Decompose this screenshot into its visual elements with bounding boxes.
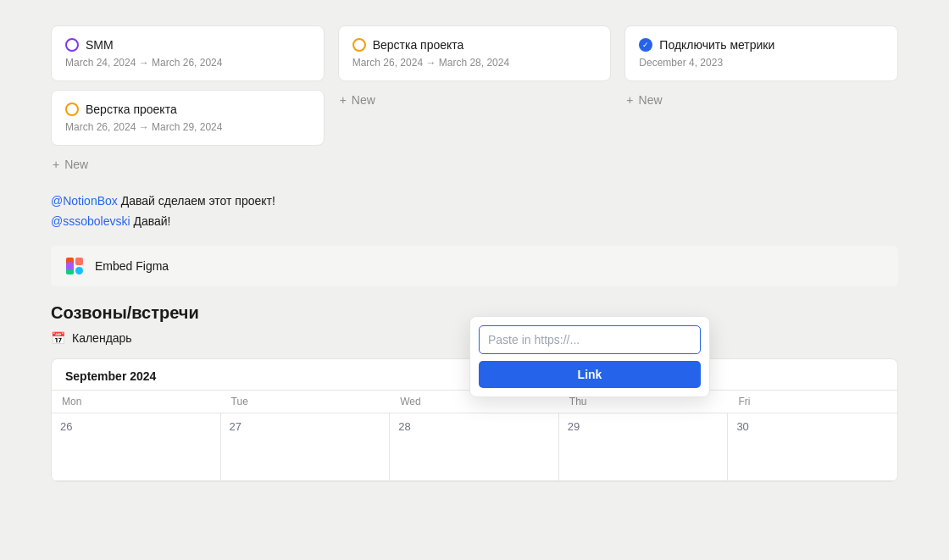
task-column-2: Верстка проекта March 26, 2024 → March 2…	[338, 25, 612, 175]
comment-section: @NotionBox Давай сделаем этот проект! @s…	[51, 191, 898, 232]
task-title-verstka-1: Верстка проекта	[86, 103, 177, 116]
svg-point-3	[75, 267, 83, 274]
comment-line-1: @NotionBox Давай сделаем этот проект!	[51, 191, 898, 212]
add-new-col2-button[interactable]: + New	[338, 90, 612, 110]
add-new-col2-label: New	[352, 93, 375, 107]
task-column-1: SMM March 24, 2024 → March 26, 2024 Верс…	[51, 25, 325, 175]
task-card-smm: SMM March 24, 2024 → March 26, 2024	[51, 25, 325, 81]
svg-rect-4	[66, 262, 74, 269]
task-icon-purple-circle	[65, 38, 79, 52]
task-date-smm: March 24, 2024 → March 26, 2024	[65, 57, 310, 69]
embed-link-button[interactable]: Link	[479, 361, 701, 388]
task-title-verstka-2: Верстка проекта	[373, 38, 464, 52]
mention-sssobolevski: @sssobolevski	[51, 214, 130, 228]
add-new-col3-button[interactable]: + New	[624, 90, 898, 110]
calendar-cell-30[interactable]: 30	[728, 413, 897, 481]
calendar-row-1: 26 27 28 29 30	[52, 413, 897, 481]
task-icon-checkmark: ✓	[639, 38, 652, 52]
task-date-verstka-2: March 26, 2024 → March 28, 2024	[352, 57, 597, 69]
add-new-col1-button[interactable]: + New	[51, 154, 325, 175]
calendar-cell-27[interactable]: 27	[221, 413, 391, 481]
embed-link-popup: Link	[469, 316, 710, 397]
mention-notionbox: @NotionBox	[51, 194, 118, 208]
calendar-cell-28[interactable]: 28	[390, 413, 559, 481]
task-card-verstka-1: Верстка проекта March 26, 2024 → March 2…	[51, 90, 325, 146]
calendar-cell-26[interactable]: 26	[52, 413, 221, 481]
task-board: SMM March 24, 2024 → March 26, 2024 Верс…	[51, 25, 898, 175]
calendar-label: Календарь	[72, 331, 132, 345]
task-column-3: ✓ Подключить метрики December 4, 2023 + …	[624, 25, 898, 175]
figma-icon	[63, 254, 86, 278]
calendar-cell-29[interactable]: 29	[559, 413, 729, 481]
calendar-day-fri: Fri	[728, 391, 897, 413]
calendar-day-mon: Mon	[52, 391, 221, 413]
embed-url-input[interactable]	[479, 325, 701, 354]
task-icon-orange-circle-1	[65, 103, 79, 116]
calendar-icon: 📅	[51, 331, 65, 345]
task-title-smm: SMM	[86, 38, 114, 52]
task-card-metrics: ✓ Подключить метрики December 4, 2023	[624, 25, 898, 81]
comment-text-2: Давай!	[133, 214, 170, 228]
task-card-verstka-2: Верстка проекта March 26, 2024 → March 2…	[338, 25, 612, 81]
plus-icon-col1: +	[53, 158, 59, 171]
add-new-col3-label: New	[639, 93, 663, 107]
svg-rect-1	[75, 258, 83, 265]
comment-line-2: @sssobolevski Давай!	[51, 212, 898, 232]
comment-text-1: Давай сделаем этот проект!	[121, 194, 275, 208]
embed-figma-label: Embed Figma	[95, 259, 169, 273]
task-date-metrics: December 4, 2023	[639, 57, 884, 69]
calendar-day-tue: Tue	[221, 391, 391, 413]
add-new-col1-label: New	[64, 158, 88, 171]
plus-icon-col3: +	[626, 93, 633, 107]
plus-icon-col2: +	[340, 93, 347, 107]
task-date-verstka-1: March 26, 2024 → March 29, 2024	[65, 121, 310, 133]
task-title-metrics: Подключить метрики	[659, 38, 774, 52]
task-icon-orange-circle-2	[352, 38, 366, 52]
embed-figma-row[interactable]: Embed Figma	[51, 246, 898, 286]
